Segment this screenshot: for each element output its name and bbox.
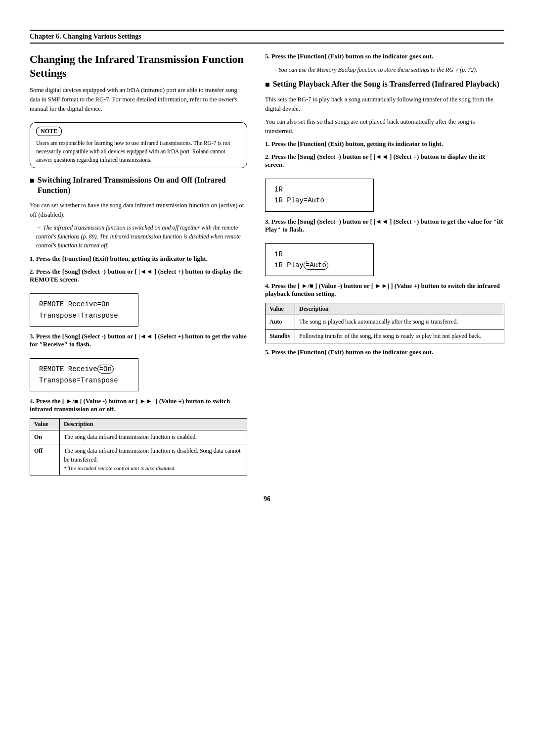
lcd-display-3: iR iR Play=Auto [265, 179, 374, 212]
right-column: 5. Press the [Function] (Exit) button so… [265, 52, 504, 480]
intro-text: Some digital devices equipped with an Ir… [30, 86, 247, 113]
lcd3-line2: iR Play=Auto [274, 195, 364, 206]
note-text: Users are responsible for learning how t… [36, 139, 241, 164]
chapter-header: Chapter 6. Changing Various Settings [30, 30, 504, 44]
table-row: Off The song data infrared transmission … [30, 444, 247, 475]
lcd3-line1: iR [274, 184, 364, 195]
lcd4-line1: iR [274, 249, 364, 260]
table1-header-value: Value [30, 418, 60, 430]
subsection1-title: Switching Infrared Transmissions On and … [30, 175, 247, 196]
subsection2-intro1: This sets the RG-7 to play back a song a… [265, 95, 504, 114]
table2-val-auto: Auto [266, 315, 295, 329]
table2-desc-standby: Following transfer of the song, the song… [295, 329, 504, 343]
page-number: 96 [30, 495, 504, 503]
table1-header-description: Description [60, 418, 247, 430]
step-1: 1. Press the [Function] (Exit) button, g… [30, 255, 247, 263]
chapter-title: Chapter 6. Changing Various Settings [30, 33, 141, 40]
step-5-left: 5. Press the [Function] (Exit) button so… [265, 52, 504, 60]
right-step-4: 4. Press the [ ►/■ ] (Value -) button or… [265, 282, 504, 298]
table2-header-description: Description [295, 303, 504, 315]
subsection1-arrow-note: → The infrared transmission function is … [36, 223, 247, 250]
table-row: On The song data infrared transmission f… [30, 430, 247, 444]
table1-val-off: Off [30, 444, 60, 475]
table2-desc-auto: The song is played back automatically af… [295, 315, 504, 329]
two-column-layout: Changing the Infrared Transmission Funct… [30, 52, 504, 480]
table-2: Value Description Auto The song is playe… [265, 303, 504, 343]
lcd4-line2: iR Play=Auto [274, 260, 364, 271]
table1-desc-off: The song data infrared transmission func… [60, 444, 247, 475]
step-2: 2. Press the [Song] (Select -) button or… [30, 268, 247, 284]
table-1: Value Description On The song data infra… [30, 418, 247, 476]
lcd2-line1: REMOTE Receive=On [39, 364, 129, 375]
lcd-display-2: REMOTE Receive=On Transpose=Transpose [30, 358, 138, 391]
table2-val-standby: Standby [266, 329, 295, 343]
right-arrow-note: → You can use the Memory Backup function… [271, 65, 504, 74]
table-row: Standby Following transfer of the song, … [266, 329, 504, 343]
playback-table: Value Description Auto The song is playe… [265, 303, 504, 343]
subsection2-title: Setting Playback After the Song is Trans… [265, 79, 504, 90]
infrared-table: Value Description On The song data infra… [30, 418, 247, 476]
subsection2-intro2: You can also set this so that songs are … [265, 117, 504, 136]
section-title: Changing the Infrared Transmission Funct… [30, 52, 247, 80]
lcd1-line2: Transpose=Transpose [39, 310, 129, 321]
page-container: Chapter 6. Changing Various Settings Cha… [30, 30, 504, 503]
lcd-display-1: REMOTE Receive=On Transpose=Transpose [30, 293, 138, 327]
lcd1-line1: REMOTE Receive=On [39, 299, 129, 310]
note-box: NOTE Users are responsible for learning … [30, 122, 247, 168]
right-step-1: 1. Press the [Function] (Exit) button, g… [265, 140, 504, 148]
note-label: NOTE [36, 127, 62, 136]
step-3: 3. Press the [Song] (Select -) button or… [30, 332, 247, 348]
lcd2-line2: Transpose=Transpose [39, 375, 129, 386]
table2-header-value: Value [266, 303, 295, 315]
step-4: 4. Press the [ ►/■ ] (Value -) button or… [30, 397, 247, 413]
table1-desc-on: The song data infrared transmission func… [60, 430, 247, 444]
right-step-2: 2. Press the [Song] (Select -) button or… [265, 153, 504, 169]
table-row: Auto The song is played back automatical… [266, 315, 504, 329]
right-step-5: 5. Press the [Function] (Exit) button so… [265, 348, 504, 356]
table1-val-on: On [30, 430, 60, 444]
left-column: Changing the Infrared Transmission Funct… [30, 52, 247, 480]
lcd-display-4: iR iR Play=Auto [265, 243, 374, 277]
right-step-3: 3. Press the [Song] (Select -) button or… [265, 218, 504, 234]
subsection1-intro: You can set whether to have the song dat… [30, 201, 247, 220]
